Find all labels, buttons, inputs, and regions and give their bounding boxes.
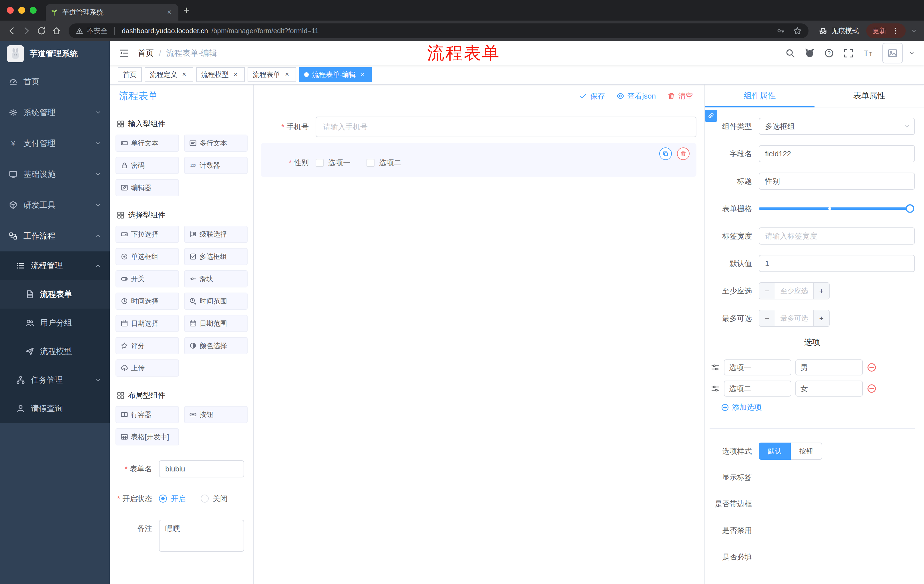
comp-date-picker[interactable]: 日期选择: [116, 315, 179, 332]
comp-editor[interactable]: 编辑器: [116, 179, 179, 196]
option-value-input[interactable]: [795, 380, 863, 396]
sidebar-item-devtools[interactable]: 研发工具: [0, 190, 110, 220]
search-icon[interactable]: [785, 48, 795, 58]
canvas-field-phone[interactable]: 手机号: [261, 117, 696, 137]
option-label-input[interactable]: [724, 380, 791, 396]
browser-tab[interactable]: 芋道管理系统: [46, 4, 178, 21]
window-minimize-button[interactable]: [18, 7, 25, 14]
slider-track[interactable]: [759, 207, 910, 210]
canvas-board[interactable]: 手机号 性别 选项一: [254, 107, 705, 584]
comp-time-picker[interactable]: 时间选择: [116, 293, 179, 310]
status-radio-off[interactable]: 关闭: [201, 494, 228, 504]
avatar-caret-down-icon[interactable]: [909, 50, 915, 56]
sidebar-collapse-icon[interactable]: [119, 48, 129, 58]
default-value-input[interactable]: [759, 255, 915, 272]
browser-update-button[interactable]: 更新: [866, 23, 906, 38]
sidebar-item-process-form[interactable]: 流程表单: [0, 280, 110, 309]
comp-checkbox-group[interactable]: 多选框组: [184, 248, 248, 265]
comp-time-range[interactable]: 时间范围: [184, 293, 248, 310]
tag-close-icon[interactable]: [180, 71, 188, 79]
comp-rate[interactable]: 评分: [116, 337, 179, 354]
security-label[interactable]: 不安全: [87, 26, 107, 35]
component-type-value[interactable]: [759, 118, 915, 135]
tab-component-props[interactable]: 组件属性: [705, 85, 815, 107]
style-button-button[interactable]: 按钮: [791, 443, 822, 460]
form-name-input[interactable]: [159, 460, 244, 477]
option-value-input[interactable]: [795, 359, 863, 375]
back-icon[interactable]: [7, 26, 16, 36]
comp-color-picker[interactable]: 颜色选择: [184, 337, 248, 354]
comp-radio-group[interactable]: 单选框组: [116, 248, 179, 265]
comp-switch[interactable]: 开关: [116, 270, 179, 288]
comp-textarea[interactable]: 多行文本: [184, 135, 248, 152]
remove-option-icon[interactable]: [867, 363, 876, 372]
fullscreen-icon[interactable]: [843, 48, 854, 58]
sidebar-item-process-management[interactable]: 流程管理: [0, 252, 110, 280]
new-tab-button[interactable]: [178, 2, 195, 18]
bookmark-star-icon[interactable]: [793, 26, 802, 35]
remove-option-icon[interactable]: [867, 384, 876, 393]
drag-handle-icon[interactable]: [711, 363, 720, 372]
sidebar-item-user-group[interactable]: 用户分组: [0, 309, 110, 337]
field-name-input[interactable]: [759, 145, 915, 162]
style-default-button[interactable]: 默认: [759, 443, 791, 460]
save-button[interactable]: 保存: [579, 91, 605, 101]
grid-slider[interactable]: [759, 200, 915, 217]
title-input[interactable]: [759, 173, 915, 190]
comp-row-container[interactable]: 行容器: [116, 406, 179, 423]
github-icon[interactable]: [805, 48, 815, 58]
tag-process-definition[interactable]: 流程定义: [145, 67, 193, 82]
sidebar-item-process-model[interactable]: 流程模型: [0, 337, 110, 366]
comp-upload[interactable]: 上传: [116, 359, 179, 377]
gender-option-1[interactable]: 选项一: [316, 158, 350, 168]
copy-field-button[interactable]: [659, 147, 672, 160]
chrome-caret-down-icon[interactable]: [911, 28, 917, 34]
kebab-menu-icon[interactable]: [891, 27, 899, 35]
phone-input[interactable]: [316, 117, 696, 137]
stepper-minus-button[interactable]: −: [759, 310, 776, 326]
comp-date-range[interactable]: 日期范围: [184, 315, 248, 332]
gender-option-2[interactable]: 选项二: [366, 158, 401, 168]
add-option-button[interactable]: 添加选项: [721, 402, 915, 412]
breadcrumb-home[interactable]: 首页: [138, 48, 154, 59]
tag-close-icon[interactable]: [283, 71, 291, 79]
delete-field-button[interactable]: [677, 147, 690, 160]
comp-table[interactable]: 表格[开发中]: [116, 428, 179, 446]
avatar[interactable]: [882, 43, 903, 63]
comp-select[interactable]: 下拉选择: [116, 226, 179, 243]
sidebar-item-payment[interactable]: ¥ 支付管理: [0, 128, 110, 159]
sidebar-item-infrastructure[interactable]: 基础设施: [0, 159, 110, 190]
comp-counter[interactable]: 123计数器: [184, 157, 248, 174]
doc-link-button[interactable]: [705, 110, 717, 122]
forward-icon[interactable]: [22, 26, 31, 36]
sidebar-item-task-management[interactable]: 任务管理: [0, 366, 110, 394]
stepper-plus-button[interactable]: +: [813, 283, 829, 299]
sidebar-item-workflow[interactable]: 工作流程: [0, 220, 110, 252]
min-select-input[interactable]: [776, 283, 813, 299]
tag-close-icon[interactable]: [231, 71, 239, 79]
tag-process-form-edit[interactable]: 流程表单-编辑: [299, 67, 372, 82]
window-zoom-button[interactable]: [30, 7, 36, 14]
password-key-icon[interactable]: [777, 26, 785, 35]
stepper-plus-button[interactable]: +: [813, 310, 829, 326]
option-label-input[interactable]: [724, 359, 791, 375]
comp-button[interactable]: 按钮: [184, 406, 248, 423]
comp-input-text[interactable]: 单行文本: [116, 135, 179, 152]
tag-home[interactable]: 首页: [118, 67, 142, 82]
canvas-field-gender-selected[interactable]: 性别 选项一 选项二: [261, 143, 696, 177]
tag-process-form[interactable]: 流程表单: [248, 67, 296, 82]
component-type-select[interactable]: [759, 118, 915, 135]
window-close-button[interactable]: [7, 7, 14, 14]
sidebar-item-system[interactable]: 系统管理: [0, 97, 110, 128]
slider-handle[interactable]: [906, 204, 914, 213]
comp-slider[interactable]: 滑块: [184, 270, 248, 288]
tag-process-model[interactable]: 流程模型: [196, 67, 245, 82]
home-icon[interactable]: [51, 26, 61, 36]
sidebar-item-home[interactable]: 首页: [0, 66, 110, 97]
max-select-input[interactable]: [776, 310, 813, 326]
drag-handle-icon[interactable]: [711, 384, 720, 393]
sidebar-item-leave-query[interactable]: 请假查询: [0, 394, 110, 423]
tag-close-icon[interactable]: [358, 71, 366, 79]
status-radio-on[interactable]: 开启: [159, 494, 186, 504]
reload-icon[interactable]: [36, 26, 46, 36]
